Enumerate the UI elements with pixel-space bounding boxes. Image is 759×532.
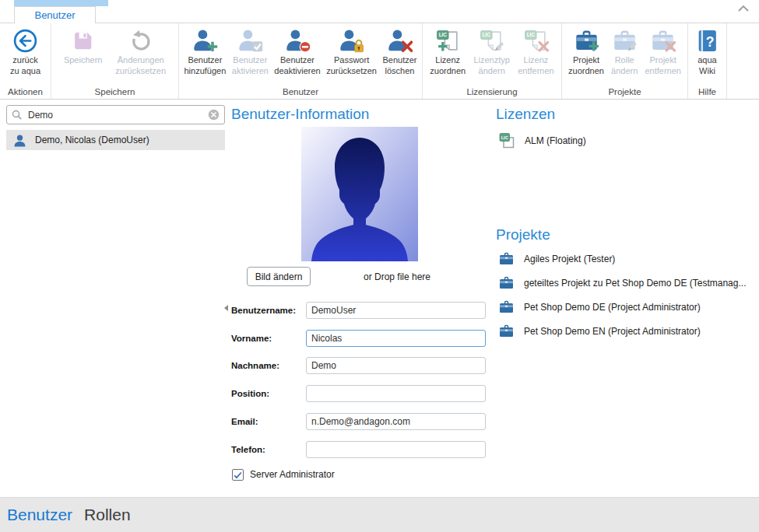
question-text: ? <box>706 34 715 50</box>
bottom-tab-bar: Benutzer Rollen <box>0 497 759 532</box>
button-label: entfernen <box>645 66 680 77</box>
button-label: aqua <box>698 55 716 66</box>
bottom-tab-rollen[interactable]: Rollen <box>84 506 131 524</box>
reset-password-button[interactable]: Passwort zurücksetzen <box>325 27 378 77</box>
bottom-tab-benutzer[interactable]: Benutzer <box>7 506 72 524</box>
license-item-label: ALM (Floating) <box>525 135 586 146</box>
form-row-benutzername: Benutzername: <box>231 302 488 320</box>
ribbon-group-projekte: Projekt zuordnen Rolle ändern <box>562 23 688 99</box>
activate-user-button[interactable]: Benutzer aktivieren <box>231 27 269 77</box>
ribbon-group-speichern: Speichern Änderungen zurücksetzen Speich… <box>51 23 179 99</box>
save-icon <box>70 28 96 54</box>
button-label: Benutzer <box>382 55 416 66</box>
button-label: Lizenz <box>524 55 549 66</box>
password-reset-icon <box>339 28 364 54</box>
projects-title: Projekte <box>496 226 550 243</box>
user-activate-icon <box>237 28 263 54</box>
button-label: zurücksetzen <box>115 66 166 77</box>
avatar-silhouette-image <box>301 127 418 261</box>
field-label: Email: <box>231 413 258 431</box>
button-label: entfernen <box>518 66 553 77</box>
tabstrip-divider <box>0 23 759 23</box>
button-label: Rolle <box>615 55 634 66</box>
server-admin-checkbox[interactable] <box>232 469 244 481</box>
button-label: Lizenztyp <box>473 55 509 66</box>
button-label: zuordnen <box>568 66 604 77</box>
ribbon-group-benutzer: Benutzer hinzufügen Benutzer aktivieren <box>179 23 423 99</box>
project-icon <box>499 324 514 338</box>
add-user-button[interactable]: Benutzer hinzufügen <box>183 27 227 77</box>
project-icon <box>499 276 514 289</box>
project-item[interactable]: geteiltes Projekt zu Pet Shop Demo DE (T… <box>499 276 746 289</box>
user-list-item-label: Demo, Nicolas (DemoUser) <box>35 135 149 145</box>
user-add-icon <box>192 28 218 54</box>
project-add-icon <box>574 28 599 54</box>
collapse-arrow-icon[interactable] <box>224 305 228 311</box>
ribbon: zurück zu aqua Aktionen Speichern <box>0 23 759 100</box>
position-field[interactable] <box>306 385 486 402</box>
form-row-telefon: Telefon: <box>231 441 488 459</box>
clear-search-button[interactable] <box>208 109 220 121</box>
group-caption: Aktionen <box>0 87 51 96</box>
search-icon <box>12 110 23 121</box>
button-label: löschen <box>385 66 415 77</box>
telefon-field[interactable] <box>306 441 486 458</box>
change-license-type-button[interactable]: LIC Lizenztyp ändern <box>473 27 510 77</box>
project-item[interactable]: Pet Shop Demo DE (Project Administrator) <box>499 300 701 313</box>
project-icon <box>499 300 514 313</box>
nachname-field[interactable] <box>306 357 486 374</box>
assign-license-button[interactable]: LIC Lizenz zuordnen <box>429 27 466 77</box>
group-caption: Projekte <box>562 87 687 96</box>
assign-project-button[interactable]: Projekt zuordnen <box>567 27 605 77</box>
avatar[interactable] <box>301 127 418 261</box>
button-label: zurück <box>12 55 37 66</box>
revert-changes-button[interactable]: Änderungen zurücksetzen <box>114 27 167 77</box>
group-caption: Speichern <box>51 87 178 96</box>
button-label: Lizenz <box>435 55 460 66</box>
project-remove-icon <box>650 28 676 54</box>
field-label: Position: <box>231 385 269 403</box>
field-label: Telefon: <box>231 441 265 459</box>
ribbon-tab-label: Benutzer <box>34 9 75 21</box>
project-item-label: Agiles Projekt (Tester) <box>524 254 615 264</box>
project-item[interactable]: Pet Shop Demo EN (Project Administrator) <box>499 324 701 338</box>
project-item[interactable]: Agiles Projekt (Tester) <box>499 252 615 265</box>
email-field[interactable] <box>306 413 486 430</box>
license-add-icon: LIC <box>435 28 461 54</box>
remove-project-button[interactable]: Projekt entfernen <box>644 27 681 77</box>
ribbon-group-lizensierung: LIC Lizenz zuordnen LIC Lizen <box>423 23 562 99</box>
button-label: Wiki <box>699 66 715 77</box>
change-image-button[interactable]: Bild ändern <box>247 267 311 286</box>
save-button[interactable]: Speichern <box>63 27 104 67</box>
button-label: Benutzer <box>233 55 267 66</box>
project-item-label: Pet Shop Demo DE (Project Administrator) <box>524 302 701 313</box>
button-label: ändern <box>611 66 638 77</box>
role-edit-icon <box>612 28 638 54</box>
license-item[interactable]: LIC ALM (Floating) <box>499 132 586 149</box>
lic-text: LIC <box>501 135 508 140</box>
project-item-label: geteiltes Projekt zu Pet Shop Demo DE (T… <box>524 278 746 289</box>
delete-user-button[interactable]: Benutzer löschen <box>381 27 417 77</box>
button-label: hinzufügen <box>184 66 226 77</box>
deactivate-user-button[interactable]: Benutzer deaktivieren <box>273 27 321 77</box>
group-caption: Lizensierung <box>423 87 561 96</box>
form-row-position: Position: <box>231 385 488 403</box>
aqua-wiki-button[interactable]: ? aqua Wiki <box>694 27 721 77</box>
ribbon-collapse-button[interactable] <box>736 3 750 14</box>
remove-license-button[interactable]: LIC Lizenz entfernen <box>517 27 554 77</box>
ribbon-tab-benutzer[interactable]: Benutzer <box>14 6 96 23</box>
button-label: zuordnen <box>430 66 466 77</box>
button-label: Benutzer <box>280 55 314 66</box>
undo-icon <box>128 28 153 54</box>
user-list-item-selected[interactable]: Demo, Nicolas (DemoUser) <box>6 130 225 150</box>
lic-text: LIC <box>438 32 447 37</box>
search-input[interactable] <box>26 109 204 121</box>
back-to-aqua-button[interactable]: zurück zu aqua <box>9 27 41 77</box>
button-label: Speichern <box>64 55 103 66</box>
project-item-label: Pet Shop Demo EN (Project Administrator) <box>524 326 701 337</box>
button-label: zu aqua <box>10 66 40 77</box>
benutzername-field[interactable] <box>306 302 486 319</box>
change-role-button[interactable]: Rolle ändern <box>610 27 638 77</box>
vorname-field[interactable] <box>306 330 486 347</box>
form-row-email: Email: <box>231 413 488 431</box>
